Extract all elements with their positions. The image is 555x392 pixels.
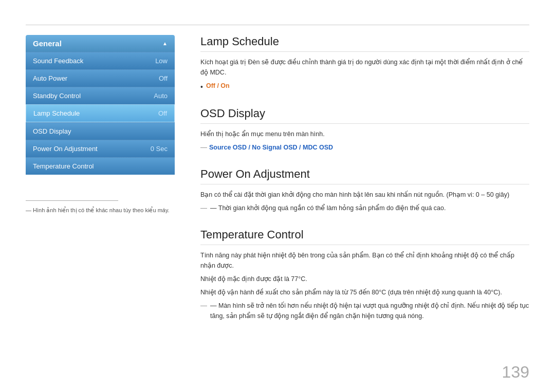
osd-display-body: Hiển thị hoặc ẩn mục menu trên màn hình.… <box>200 129 529 153</box>
osd-display-title: OSD Display <box>200 107 529 124</box>
power-on-title: Power On Adjustment <box>200 167 529 184</box>
temperature-note: — Màn hình sẽ trở nên tối hơn nếu nhiệt … <box>210 301 529 321</box>
sidebar-item-temperature-control[interactable]: Temperature Control <box>26 157 175 175</box>
sidebar-item-value: Off <box>159 74 168 82</box>
sidebar-title: General ▲ <box>26 35 175 52</box>
power-on-note: — Thời gian khởi động quá ngắn có thể là… <box>210 203 446 213</box>
sidebar-item-sound-feedback[interactable]: Sound FeedbackLow <box>26 52 175 69</box>
sidebar-item-lamp-schedule[interactable]: Lamp ScheduleOff <box>26 104 175 122</box>
osd-display-options: Source OSD / No Signal OSD / MDC OSD <box>209 142 333 153</box>
sidebar-item-osd-display[interactable]: OSD Display <box>26 122 175 140</box>
sidebar-item-auto-power[interactable]: Auto PowerOff <box>26 69 175 87</box>
temperature-dash-icon: — <box>200 301 207 311</box>
sidebar-title-label: General <box>33 39 62 48</box>
power-on-dash-icon: — <box>200 203 207 214</box>
section-osd-display: OSD Display Hiển thị hoặc ẩn mục menu tr… <box>200 107 529 153</box>
temperature-title: Temperature Control <box>200 228 529 245</box>
temperature-desc1: Tính năng này phát hiện nhiệt độ bên tro… <box>200 250 529 271</box>
main-content: Lamp Schedule Kích hoạt giá trị Đèn sẽ đ… <box>200 35 529 366</box>
section-power-on-adjustment: Power On Adjustment Bạn có thể cài đặt t… <box>200 167 529 214</box>
temperature-body: Tính năng này phát hiện nhiệt độ bên tro… <box>200 250 529 321</box>
temperature-desc3: Nhiệt độ vận hành đề xuất cho sản phẩm n… <box>200 287 529 297</box>
sidebar-item-value: Off <box>158 109 167 117</box>
sidebar-item-value: 0 Sec <box>151 145 168 153</box>
sidebar-items-container: Sound FeedbackLowAuto PowerOffStandby Co… <box>26 52 175 175</box>
sidebar-note-divider <box>26 200 118 201</box>
sidebar-item-value: Auto <box>154 92 168 100</box>
osd-display-desc: Hiển thị hoặc ẩn mục menu trên màn hình. <box>200 129 529 139</box>
power-on-body: Bạn có thể cài đặt thời gian khởi động c… <box>200 190 529 214</box>
sidebar: General ▲ Sound FeedbackLowAuto PowerOff… <box>26 35 175 175</box>
power-on-desc: Bạn có thể cài đặt thời gian khởi động c… <box>200 190 529 200</box>
sidebar-item-label: Power On Adjustment <box>33 145 98 153</box>
sidebar-note: — Hình ảnh hiển thị có thể khác nhau tùy… <box>26 200 175 214</box>
lamp-schedule-desc: Kích hoạt giá trị Đèn sẽ được điều chỉnh… <box>200 57 529 78</box>
power-on-note-line: — — Thời gian khởi động quá ngắn có thể … <box>200 203 529 214</box>
lamp-schedule-title: Lamp Schedule <box>200 35 529 52</box>
sidebar-item-value: Low <box>155 57 168 65</box>
top-divider <box>26 25 529 25</box>
sidebar-item-label: Temperature Control <box>33 162 94 170</box>
page-number: 139 <box>502 363 529 382</box>
sidebar-item-label: Standby Control <box>33 92 81 100</box>
sidebar-item-label: Lamp Schedule <box>33 109 80 117</box>
sidebar-item-power-on-adjustment[interactable]: Power On Adjustment0 Sec <box>26 140 175 157</box>
arrow-up-icon: ▲ <box>162 41 168 46</box>
osd-display-options-line: — Source OSD / No Signal OSD / MDC OSD <box>200 142 529 153</box>
bullet-dot: • <box>200 81 203 92</box>
temperature-desc2: Nhiệt độ mặc định được đặt là 77°C. <box>200 274 529 284</box>
sidebar-note-text: — Hình ảnh hiển thị có thể khác nhau tùy… <box>26 207 170 213</box>
lamp-schedule-options: Off / On <box>206 81 230 91</box>
temperature-note-line: — — Màn hình sẽ trở nên tối hơn nếu nhiệ… <box>200 301 529 321</box>
em-dash-icon: — <box>200 142 207 153</box>
sidebar-item-label: Auto Power <box>33 74 67 82</box>
section-temperature-control: Temperature Control Tính năng này phát h… <box>200 228 529 321</box>
section-lamp-schedule: Lamp Schedule Kích hoạt giá trị Đèn sẽ đ… <box>200 35 529 92</box>
lamp-schedule-body: Kích hoạt giá trị Đèn sẽ được điều chỉnh… <box>200 57 529 92</box>
sidebar-item-label: Sound Feedback <box>33 57 83 65</box>
sidebar-item-label: OSD Display <box>33 127 71 135</box>
sidebar-item-standby-control[interactable]: Standby ControlAuto <box>26 87 175 104</box>
lamp-schedule-bullet: • Off / On <box>200 81 529 92</box>
